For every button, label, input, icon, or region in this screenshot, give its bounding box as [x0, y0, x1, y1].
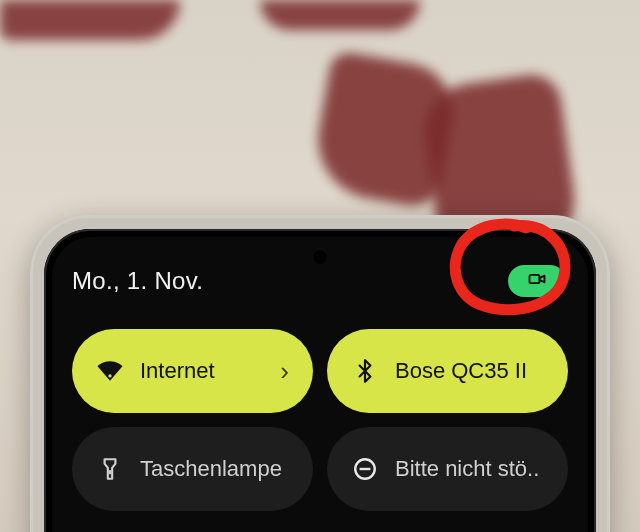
- flashlight-icon: [96, 455, 124, 483]
- quick-settings-row-1: Internet › Bose QC35 II: [72, 329, 568, 413]
- quick-settings-row-2: Taschenlampe Bitte nicht stö..: [72, 427, 568, 511]
- quick-tile-label: Taschenlampe: [140, 456, 289, 482]
- photo-scene: Mo., 1. Nov.: [0, 0, 640, 532]
- quick-tile-label: Internet: [140, 358, 264, 384]
- do-not-disturb-icon: [351, 455, 379, 483]
- wifi-icon: [96, 357, 124, 385]
- quick-tile-label: Bitte nicht stö..: [395, 456, 544, 482]
- date-label: Mo., 1. Nov.: [72, 267, 203, 295]
- camera-in-use-indicator[interactable]: [508, 265, 566, 297]
- background-shape: [260, 0, 420, 30]
- video-camera-icon: [527, 269, 547, 293]
- quick-tile-internet[interactable]: Internet ›: [72, 329, 313, 413]
- svg-point-1: [108, 374, 111, 377]
- svg-rect-0: [530, 275, 540, 283]
- phone-screen: Mo., 1. Nov.: [52, 237, 588, 532]
- phone-bezel: Mo., 1. Nov.: [44, 229, 596, 532]
- chevron-right-icon: ›: [280, 356, 289, 387]
- background-shape: [0, 0, 180, 40]
- status-bar: Mo., 1. Nov.: [72, 261, 568, 301]
- quick-tile-bluetooth[interactable]: Bose QC35 II: [327, 329, 568, 413]
- phone-frame: Mo., 1. Nov.: [30, 215, 610, 532]
- quick-tile-label: Bose QC35 II: [395, 358, 544, 384]
- quick-tile-dnd[interactable]: Bitte nicht stö..: [327, 427, 568, 511]
- bluetooth-icon: [351, 357, 379, 385]
- front-camera-cutout: [312, 249, 328, 265]
- quick-tile-flashlight[interactable]: Taschenlampe: [72, 427, 313, 511]
